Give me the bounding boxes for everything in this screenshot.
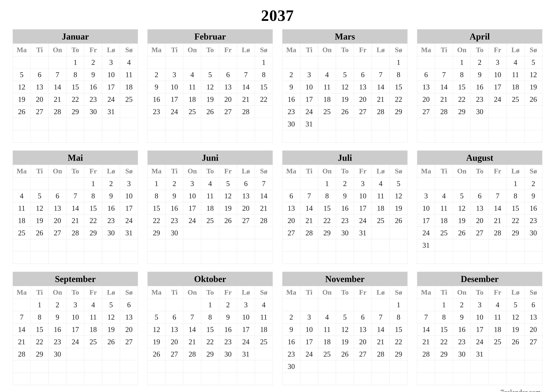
day-cell xyxy=(31,178,49,190)
day-cell xyxy=(471,239,489,251)
day-cell: 29 xyxy=(66,106,84,118)
day-cell xyxy=(372,130,390,143)
day-cell: 15 xyxy=(453,81,471,93)
day-cell xyxy=(300,56,318,69)
day-cell xyxy=(148,299,166,311)
day-cell: 14 xyxy=(489,202,507,214)
day-cell: 13 xyxy=(166,323,183,336)
day-cell xyxy=(120,373,138,385)
day-cell: 25 xyxy=(318,106,336,118)
day-cell: 4 xyxy=(120,56,138,69)
day-cell: 24 xyxy=(183,214,201,227)
weekday-header: To xyxy=(336,44,354,56)
month-table: OktoberMaTiOnToFrLøSø1234567891011121314… xyxy=(147,272,273,385)
day-cell: 19 xyxy=(102,323,120,336)
day-cell: 27 xyxy=(354,106,372,118)
day-cell xyxy=(318,118,336,130)
day-cell: 3 xyxy=(489,56,507,69)
weekday-header: Fr xyxy=(489,165,507,178)
weekday-header: To xyxy=(471,44,489,56)
day-cell: 9 xyxy=(336,190,354,202)
day-cell xyxy=(13,299,31,311)
day-cell xyxy=(102,118,120,130)
day-cell: 12 xyxy=(525,69,542,81)
day-cell: 21 xyxy=(372,93,390,106)
month-table: DesemberMaTiOnToFrLøSø123456789101112131… xyxy=(417,272,542,385)
day-cell: 16 xyxy=(525,202,542,214)
day-cell xyxy=(282,130,300,143)
day-cell xyxy=(148,251,166,264)
day-cell: 6 xyxy=(354,311,372,323)
day-cell: 15 xyxy=(390,323,408,336)
day-cell xyxy=(166,360,183,373)
day-cell xyxy=(300,299,318,311)
day-cell: 12 xyxy=(148,323,166,336)
day-cell xyxy=(489,251,507,264)
day-cell: 29 xyxy=(435,348,453,360)
day-cell: 7 xyxy=(66,190,84,202)
day-cell xyxy=(183,360,201,373)
day-cell: 11 xyxy=(255,311,273,323)
day-cell: 2 xyxy=(471,56,489,69)
weekday-header: Fr xyxy=(84,165,102,178)
weekday-header: On xyxy=(183,165,201,178)
day-cell xyxy=(237,130,255,143)
month-table: JuliMaTiOnToFrLøSø1234567891011121314151… xyxy=(282,150,408,264)
weekday-header: Ti xyxy=(166,44,183,56)
day-cell: 6 xyxy=(525,299,542,311)
day-cell: 27 xyxy=(49,227,66,239)
day-cell xyxy=(390,251,408,264)
day-cell: 7 xyxy=(417,311,435,323)
day-cell: 18 xyxy=(201,202,219,214)
day-cell: 18 xyxy=(372,202,390,214)
day-cell xyxy=(66,251,84,264)
day-cell xyxy=(49,118,66,130)
weekday-header: Sø xyxy=(255,44,273,56)
day-cell xyxy=(489,360,507,373)
day-cell: 11 xyxy=(435,202,453,214)
day-cell: 4 xyxy=(489,299,507,311)
weekday-header: On xyxy=(453,165,471,178)
day-cell: 25 xyxy=(183,106,201,118)
weekday-header: Ma xyxy=(13,286,31,299)
day-cell: 5 xyxy=(336,69,354,81)
day-cell xyxy=(336,56,354,69)
day-cell xyxy=(255,251,273,264)
day-cell xyxy=(201,130,219,143)
day-cell: 30 xyxy=(282,360,300,373)
day-cell xyxy=(148,239,166,251)
day-cell xyxy=(489,373,507,385)
day-cell: 2 xyxy=(49,299,66,311)
day-cell: 30 xyxy=(525,227,542,239)
day-cell xyxy=(390,227,408,239)
day-cell xyxy=(13,56,31,69)
day-cell: 19 xyxy=(219,202,237,214)
day-cell xyxy=(435,56,453,69)
day-cell: 19 xyxy=(336,336,354,348)
weekday-header: Ti xyxy=(435,165,453,178)
day-cell: 22 xyxy=(435,336,453,348)
day-cell: 1 xyxy=(255,56,273,69)
day-cell xyxy=(453,118,471,130)
day-cell: 23 xyxy=(84,93,102,106)
day-cell: 18 xyxy=(435,214,453,227)
day-cell: 2 xyxy=(453,299,471,311)
day-cell: 13 xyxy=(31,81,49,93)
day-cell: 9 xyxy=(148,81,166,93)
day-cell: 22 xyxy=(390,336,408,348)
day-cell xyxy=(183,130,201,143)
day-cell: 30 xyxy=(453,348,471,360)
day-cell xyxy=(237,239,255,251)
weekday-header: Lø xyxy=(102,286,120,299)
day-cell xyxy=(49,373,66,385)
weekday-header: Sø xyxy=(390,286,408,299)
day-cell xyxy=(417,360,435,373)
day-cell xyxy=(31,130,49,143)
day-cell xyxy=(300,251,318,264)
day-cell: 11 xyxy=(84,311,102,323)
weekday-header: Lø xyxy=(237,165,255,178)
day-cell: 8 xyxy=(255,69,273,81)
day-cell xyxy=(471,373,489,385)
day-cell: 16 xyxy=(471,81,489,93)
day-cell: 24 xyxy=(417,227,435,239)
